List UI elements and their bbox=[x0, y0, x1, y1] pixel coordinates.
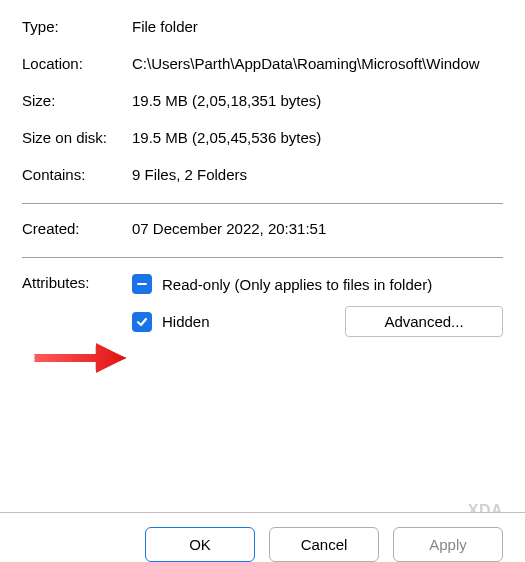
created-value: 07 December 2022, 20:31:51 bbox=[132, 220, 503, 237]
type-value: File folder bbox=[132, 18, 503, 35]
sizeondisk-value: 19.5 MB (2,05,45,536 bytes) bbox=[132, 129, 503, 146]
hidden-checkbox[interactable] bbox=[132, 312, 152, 332]
readonly-checkbox[interactable] bbox=[132, 274, 152, 294]
ok-button[interactable]: OK bbox=[145, 527, 255, 562]
size-label: Size: bbox=[22, 92, 132, 109]
dialog-footer: OK Cancel Apply bbox=[0, 512, 525, 562]
divider bbox=[22, 203, 503, 204]
contains-value: 9 Files, 2 Folders bbox=[132, 166, 503, 183]
created-label: Created: bbox=[22, 220, 132, 237]
size-value: 19.5 MB (2,05,18,351 bytes) bbox=[132, 92, 503, 109]
contains-label: Contains: bbox=[22, 166, 132, 183]
hidden-label: Hidden bbox=[162, 313, 210, 330]
type-label: Type: bbox=[22, 18, 132, 35]
sizeondisk-label: Size on disk: bbox=[22, 129, 132, 146]
advanced-button[interactable]: Advanced... bbox=[345, 306, 503, 337]
divider bbox=[22, 257, 503, 258]
readonly-label: Read-only (Only applies to files in fold… bbox=[162, 276, 432, 293]
location-label: Location: bbox=[22, 55, 132, 72]
location-value: C:\Users\Parth\AppData\Roaming\Microsoft… bbox=[132, 55, 503, 72]
check-icon bbox=[135, 315, 149, 329]
annotation-arrow-icon bbox=[32, 341, 128, 375]
attributes-label: Attributes: bbox=[22, 274, 132, 291]
apply-button[interactable]: Apply bbox=[393, 527, 503, 562]
cancel-button[interactable]: Cancel bbox=[269, 527, 379, 562]
